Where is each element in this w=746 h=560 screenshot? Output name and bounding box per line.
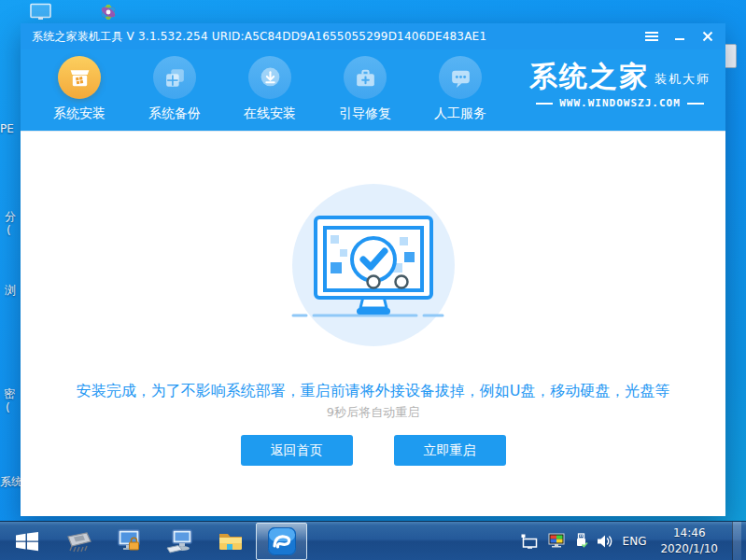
nav-label: 引导修复 xyxy=(339,105,391,122)
windows-logo-icon xyxy=(13,529,41,553)
divider xyxy=(536,103,553,105)
menu-icon[interactable] xyxy=(641,27,662,46)
language-indicator[interactable]: ENG xyxy=(623,535,647,548)
taskbar-memory-tool-icon[interactable] xyxy=(54,522,105,560)
desktop-icon-label[interactable]: PE xyxy=(0,122,21,135)
nav-item-boot-repair[interactable]: 引导修复 xyxy=(317,56,413,122)
nav-item-system-install[interactable]: 系统安装 xyxy=(32,56,127,122)
taskbar: ENG 14:46 2020/1/10 xyxy=(0,521,746,560)
boot-repair-icon xyxy=(344,56,387,99)
nav-bar: 系统安装 系统备份 xyxy=(32,56,508,122)
nav-item-online-install[interactable]: 在线安装 xyxy=(222,56,317,122)
taskbar-computer-icon[interactable] xyxy=(155,522,205,560)
nav-label: 系统安装 xyxy=(53,105,106,122)
titlebar: 系统之家装机工具 V 3.1.532.254 URID:A5C84DD9A165… xyxy=(21,23,725,49)
system-tray: ENG 14:46 2020/1/10 xyxy=(520,522,746,560)
close-icon[interactable] xyxy=(697,27,718,46)
taskbar-installer-app-icon[interactable] xyxy=(256,523,307,560)
taskbar-clock[interactable]: 14:46 2020/1/10 xyxy=(655,525,724,555)
display-color-icon[interactable] xyxy=(547,533,566,549)
window-title: 系统之家装机工具 V 3.1.532.254 URID:A5C84DD9A165… xyxy=(32,29,634,45)
main-content: 安装完成，为了不影响系统部署，重启前请将外接设备拔掉，例如U盘，移动硬盘，光盘等… xyxy=(21,131,725,516)
desktop-flower-icon[interactable] xyxy=(96,2,120,25)
header: 系统安装 系统备份 xyxy=(21,49,725,131)
usb-eject-icon[interactable] xyxy=(574,533,588,549)
installer-window: 系统之家装机工具 V 3.1.532.254 URID:A5C84DD9A165… xyxy=(21,23,725,516)
brand-tagline: 装机大师 xyxy=(655,71,711,88)
clock-time: 14:46 xyxy=(660,525,718,540)
action-buttons: 返回首页 立即重启 xyxy=(21,435,725,466)
brand-logo: 系统之家 装机大师 WWW.WINDOWSZJ.COM xyxy=(529,63,711,109)
backup-icon xyxy=(153,56,196,99)
minimize-icon[interactable] xyxy=(669,27,690,46)
online-download-icon xyxy=(248,56,291,99)
show-desktop-button[interactable] xyxy=(732,522,741,560)
back-home-button[interactable]: 返回首页 xyxy=(241,435,353,466)
desktop-icon-label[interactable]: 系统 xyxy=(0,474,21,490)
clock-date: 2020/1/10 xyxy=(660,541,718,556)
brand-name: 系统之家 xyxy=(529,63,649,91)
nav-label: 系统备份 xyxy=(148,105,201,122)
install-box-icon xyxy=(58,56,101,99)
status-message: 安装完成，为了不影响系统部署，重启前请将外接设备拔掉，例如U盘，移动硬盘，光盘等 xyxy=(21,382,725,401)
restart-now-button[interactable]: 立即重启 xyxy=(394,435,506,466)
nav-label: 在线安装 xyxy=(244,105,296,122)
nav-label: 人工服务 xyxy=(434,105,486,122)
taskbar-lockscreen-tool-icon[interactable] xyxy=(105,522,155,560)
support-chat-icon xyxy=(439,56,482,99)
desktop: PE 分 ( 浏 密 ( 系统 系统之家装机工具 V 3.1.532.254 U… xyxy=(0,0,746,560)
divider xyxy=(687,103,704,105)
install-complete-illustration xyxy=(271,174,476,351)
nav-item-system-backup[interactable]: 系统备份 xyxy=(127,56,222,122)
nav-item-support[interactable]: 人工服务 xyxy=(413,56,508,122)
taskbar-folder-icon[interactable] xyxy=(205,522,256,560)
brand-website: WWW.WINDOWSZJ.COM xyxy=(559,97,681,109)
start-button[interactable] xyxy=(0,522,54,560)
desktop-computer-icon[interactable] xyxy=(28,3,54,25)
network-icon[interactable] xyxy=(520,533,539,549)
restart-countdown: 9秒后将自动重启 xyxy=(21,404,725,421)
volume-icon[interactable] xyxy=(597,534,614,549)
